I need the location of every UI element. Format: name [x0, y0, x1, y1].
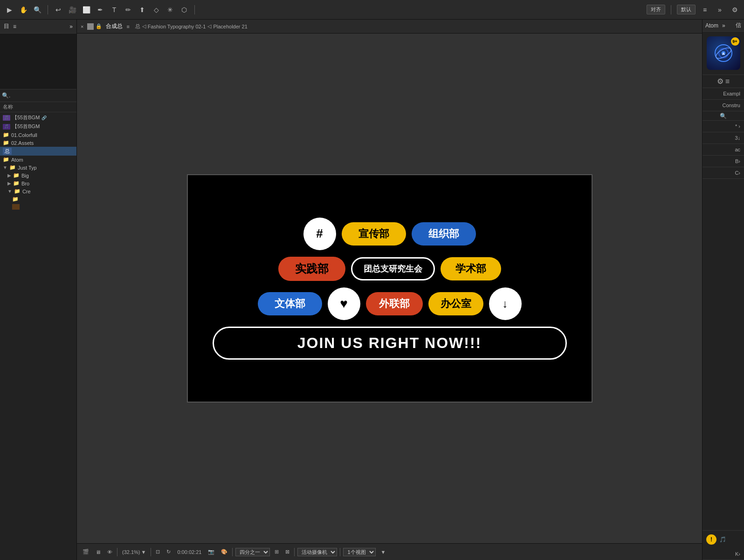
puppet-tool[interactable]: ✳ — [165, 4, 176, 15]
plugin-thumbnail[interactable]: A 9+ — [707, 36, 740, 70]
file-item-atom[interactable]: 📁 Atom — [0, 156, 76, 164]
gear-icon[interactable]: ⚙ — [729, 4, 740, 15]
file-name-assets: 02.Assets — [11, 140, 34, 146]
wailian-text: 外联部 — [379, 297, 410, 311]
right-item-3d[interactable]: 3↓ — [703, 132, 744, 144]
file-item-big[interactable]: ▶ 📁 Big — [5, 171, 76, 179]
arrow-text: ↓ — [503, 297, 508, 310]
library-icon[interactable]: ≡ — [725, 77, 730, 86]
shape-tool[interactable]: ◇ — [151, 4, 162, 15]
pills-row2: 实践部 团总支研究生会 学术部 — [278, 257, 501, 281]
file-item-colorfull[interactable]: 📁 01.Colorfull — [0, 131, 76, 139]
join-button[interactable]: JOIN US RIGHT NOW!!! — [213, 327, 567, 360]
expand-arrow-justtyp[interactable]: ▼ — [3, 165, 7, 170]
zoom-tool[interactable]: 🔍 — [32, 4, 43, 15]
render-icon[interactable]: 🎬 — [81, 548, 91, 555]
pill-wentibu[interactable]: 文体部 — [258, 292, 322, 315]
expand-arrow-bro[interactable]: ▶ — [7, 181, 11, 186]
file-item-bgm1[interactable]: 🎵 【55首BGM 🔗 — [0, 113, 76, 122]
file-item-assets[interactable]: 📁 02.Assets — [0, 139, 76, 147]
wentibu-text: 文体部 — [275, 297, 305, 311]
right-icons-row1: ⚙ ≡ — [703, 75, 744, 88]
extra-tool[interactable]: ⬡ — [179, 4, 190, 15]
pill-zuzhifu[interactable]: 组织部 — [412, 222, 476, 246]
brush-tool[interactable]: ✏ — [123, 4, 134, 15]
file-item-bgm2[interactable]: 🎵 【55首BGM — [0, 122, 76, 131]
folder-icon-sub1: 📁 — [12, 196, 19, 202]
frame-icon[interactable]: ⊡ — [154, 548, 162, 555]
quality-select[interactable]: 四分之一 — [235, 548, 270, 556]
name-column-header: 名称 — [0, 102, 76, 112]
canvas-toolbar: 🎬 🖥 👁 (32.1%) ▼ ⊡ ↻ 0:00:02:21 📷 🎨 四分之一 … — [77, 543, 702, 560]
right-search-area[interactable]: 🔍 — [703, 111, 744, 121]
mask-view-icon[interactable]: 👁 — [105, 549, 114, 555]
properties-icon[interactable]: ⚙ — [717, 77, 723, 86]
select-tool[interactable]: ▶ — [4, 4, 15, 15]
text-tool[interactable]: T — [109, 4, 120, 15]
right-panel-header: Atom » 信 — [703, 20, 744, 32]
file-item-justtyp[interactable]: ▼ 📁 Just Typ — [0, 164, 76, 171]
pill-arrow[interactable]: ↓ — [489, 287, 522, 320]
pill-xuanchuanbu[interactable]: 宣传部 — [342, 222, 406, 246]
settings-icon[interactable]: » — [714, 4, 725, 15]
file-item-total[interactable]: 总 — [0, 147, 76, 156]
preview-icon[interactable]: 🖥 — [94, 549, 103, 555]
timecode-value: 0:00:02:21 — [177, 549, 201, 555]
right-item-example[interactable]: Exampl — [703, 88, 744, 100]
default-button[interactable]: 默认 — [677, 5, 696, 14]
stamp-tool[interactable]: ⬆ — [137, 4, 148, 15]
panel-expand[interactable]: » — [69, 23, 73, 30]
right-expand-icon[interactable]: » — [722, 22, 725, 29]
pill-shijianbu[interactable]: 实践部 — [278, 257, 345, 281]
pill-heart[interactable]: ♥ — [328, 287, 360, 320]
pill-tuan[interactable]: 团总支研究生会 — [351, 257, 435, 280]
pill-hash[interactable]: # — [303, 218, 336, 250]
loop-icon[interactable]: ↻ — [165, 548, 172, 555]
zoom-dropdown-icon[interactable]: ▼ — [141, 549, 146, 555]
color-icon[interactable]: 🎨 — [219, 548, 229, 555]
expand-arrow-big[interactable]: ▶ — [7, 173, 11, 178]
pill-xueshubu[interactable]: 学术部 — [441, 257, 501, 280]
file-item-sub2[interactable] — [9, 203, 76, 211]
expand-arrow-cre[interactable]: ▼ — [7, 189, 12, 194]
right-item-c[interactable]: C› — [703, 167, 744, 179]
align-button[interactable]: 对齐 — [647, 5, 665, 14]
audio-icon[interactable]: 🎵 — [719, 536, 726, 543]
right-info-label[interactable]: 信 — [736, 21, 741, 29]
rect-tool[interactable]: ⬜ — [81, 4, 92, 15]
camera-tool[interactable]: 🎥 — [67, 4, 78, 15]
right-item-k[interactable]: K› — [703, 548, 744, 560]
right-item-constru[interactable]: Constru — [703, 100, 744, 111]
right-search-icon: 🔍 — [720, 113, 727, 119]
view-select[interactable]: 1个视图 — [343, 548, 376, 556]
pen-tool[interactable]: ✒ — [95, 4, 106, 15]
file-icon-sub2 — [12, 204, 20, 210]
camera-select[interactable]: 活动摄像机 — [297, 548, 337, 556]
folder-icon-colorfull: 📁 — [3, 132, 9, 138]
rotate-tool[interactable]: ↩ — [53, 4, 64, 15]
file-item-cre[interactable]: ▼ 📁 Cre — [5, 187, 76, 195]
view-dropdown[interactable]: ▼ — [379, 549, 387, 555]
comp-menu-icon[interactable]: ≡ — [126, 24, 129, 29]
top-toolbar: ▶ ✋ 🔍 ↩ 🎥 ⬜ ✒ T ✏ ⬆ ◇ ✳ ⬡ 对齐 默认 ≡ » ⚙ — [0, 0, 744, 20]
warning-icon[interactable]: ! — [706, 534, 716, 545]
right-item-ac[interactable]: ac — [703, 144, 744, 156]
right-item-b[interactable]: B› — [703, 156, 744, 167]
panel-menu-icon: ≡ — [13, 23, 16, 30]
right-item-star[interactable]: * › — [703, 121, 744, 132]
move-tool[interactable]: ✋ — [18, 4, 29, 15]
file-item-sub1[interactable]: 📁 — [9, 195, 76, 203]
file-item-bro[interactable]: ▶ 📁 Bro — [5, 179, 76, 187]
region-icon[interactable]: ⊠ — [283, 548, 291, 555]
expand-icon[interactable]: ≡ — [699, 4, 710, 15]
zoom-level[interactable]: (32.1%) ▼ — [120, 549, 148, 555]
breadcrumb-sep2: ◁ — [207, 23, 211, 29]
panel-preview-area — [0, 34, 76, 89]
canvas-sep-1 — [117, 548, 117, 556]
grid-icon[interactable]: ⊞ — [273, 548, 281, 555]
pill-wailian[interactable]: 外联部 — [366, 292, 423, 315]
snapshot-icon[interactable]: 📷 — [206, 548, 216, 555]
pill-bangong[interactable]: 办公室 — [428, 292, 483, 315]
file-name-bgm2: 【55首BGM — [12, 123, 40, 130]
close-tab-icon[interactable]: × — [81, 24, 83, 29]
